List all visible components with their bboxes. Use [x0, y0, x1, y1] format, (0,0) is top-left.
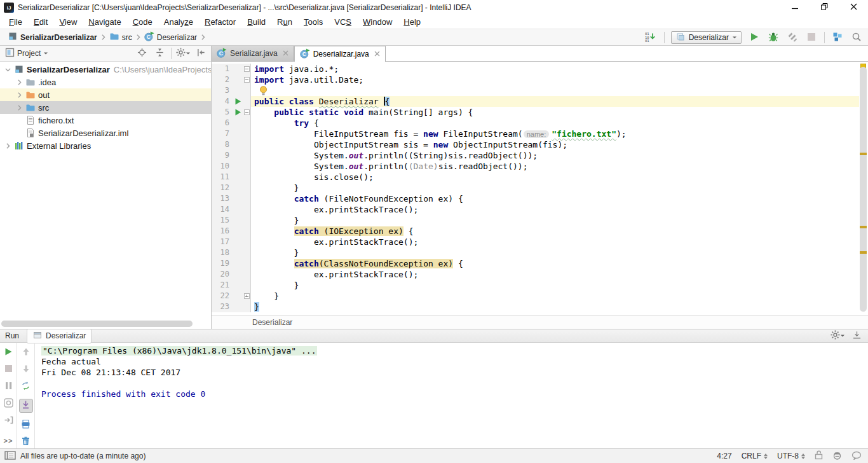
code-line[interactable]: 17 ex.printStackTrace(); [212, 237, 859, 247]
code-line[interactable]: 13 catch (FileNotFoundException ex) { [212, 193, 859, 204]
code-line[interactable]: 21 } [212, 280, 859, 291]
warning-stripe-mark[interactable] [860, 226, 867, 228]
code-line[interactable]: 19 catch(ClassNotFoundException ex) { [212, 258, 859, 269]
menu-code[interactable]: Code [127, 17, 158, 27]
restore-layout-button[interactable] [20, 382, 32, 392]
down-button[interactable] [20, 364, 32, 375]
encoding-select[interactable]: UTF-8 [777, 452, 805, 460]
stop-button[interactable] [805, 31, 818, 44]
menu-file[interactable]: File [3, 17, 28, 27]
tree-row-src[interactable]: src [0, 101, 211, 114]
run-tab[interactable]: Deserializar [27, 329, 92, 343]
tree-chevron[interactable] [14, 78, 25, 86]
code-editor[interactable]: 1import java.io.*;2import java.util.Date… [212, 62, 868, 315]
editor-tab-deserializar-java[interactable]: CDeserializar.java [294, 46, 386, 62]
run-line-marker[interactable] [233, 96, 243, 107]
code-line[interactable]: 5 public static void main(String[] args)… [212, 107, 859, 118]
locate-file-button[interactable] [135, 47, 148, 60]
code-line[interactable]: 22 } [212, 291, 859, 301]
code-line[interactable]: 6 try { [212, 118, 859, 128]
menu-view[interactable]: View [53, 17, 83, 27]
code-line[interactable]: 8 ObjectInputStream sis = new ObjectInpu… [212, 139, 859, 150]
menu-vcs[interactable]: VCS [329, 17, 357, 27]
project-structure-button[interactable] [831, 31, 844, 44]
code-line[interactable]: 14 ex.printStackTrace(); [212, 204, 859, 215]
menu-refactor[interactable]: Refactor [199, 17, 241, 27]
code-line[interactable]: 1import java.io.*; [212, 64, 859, 74]
search-everywhere-button[interactable] [850, 31, 863, 44]
run-settings-button[interactable] [831, 329, 844, 342]
warning-stripe-mark[interactable] [860, 251, 867, 254]
tree-chevron[interactable] [14, 104, 25, 112]
warning-stripe-mark[interactable] [860, 153, 867, 155]
code-line[interactable]: 18 } [212, 247, 859, 258]
code-line[interactable]: 9 System.out.println((String)sis.readObj… [212, 150, 859, 161]
breadcrumb-item-src[interactable]: src [109, 31, 132, 43]
tree-row-serializardeserializar-iml[interactable]: SerializarDeserializar.iml [0, 127, 211, 139]
hide-panel-button[interactable] [194, 47, 207, 60]
tree-row-out[interactable]: out [0, 88, 211, 101]
minimize-button[interactable] [780, 0, 810, 15]
project-panel-title[interactable]: Project [5, 48, 48, 59]
fold-marker[interactable] [243, 74, 251, 85]
restore-button[interactable] [810, 0, 839, 15]
code-line[interactable]: 11 sis.close(); [212, 172, 859, 183]
fold-marker[interactable] [243, 291, 251, 301]
tree-chevron[interactable] [14, 91, 25, 99]
code-line[interactable]: 20 ex.printStackTrace(); [212, 269, 859, 280]
more-actions-button[interactable]: >> [4, 437, 13, 445]
tree-row-external-libraries[interactable]: External Libraries [0, 139, 211, 152]
caret-position[interactable]: 4:27 [717, 452, 731, 460]
line-separator-select[interactable]: CRLF [742, 452, 768, 460]
exit-button[interactable] [3, 416, 14, 426]
run-configuration-select[interactable]: Deserializar [671, 31, 742, 44]
menu-build[interactable]: Build [241, 17, 271, 27]
tree-chevron[interactable] [3, 66, 13, 74]
vertical-scrollbar[interactable] [860, 67, 867, 312]
menu-tools[interactable]: Tools [298, 17, 329, 27]
toolwindow-switcher-button[interactable] [4, 450, 17, 462]
breadcrumb-item-deserializar[interactable]: CDeserializar [144, 31, 197, 43]
fold-marker[interactable] [243, 64, 251, 74]
code-line[interactable]: 2import java.util.Date; [212, 74, 859, 85]
code-line[interactable]: 10 System.out.println((Date)sis.readObje… [212, 161, 859, 172]
thread-dump-button[interactable] [3, 399, 14, 409]
clear-button[interactable] [20, 437, 32, 447]
menu-navigate[interactable]: Navigate [83, 17, 126, 27]
coverage-button[interactable] [786, 31, 799, 44]
run-console[interactable]: "C:\Program Files (x86)\Java\jdk1.8.0_15… [35, 343, 868, 448]
horizontal-scrollbar[interactable] [1, 321, 193, 327]
panel-settings-button[interactable] [177, 47, 189, 60]
run-line-marker[interactable] [233, 107, 243, 118]
event-log-button[interactable] [851, 451, 862, 462]
collapse-all-button[interactable] [153, 47, 166, 60]
close-button[interactable] [839, 0, 868, 15]
editor-tab-serializar-java[interactable]: CSerializar.java [212, 46, 294, 61]
code-line[interactable]: 4public class Deserializar { [212, 96, 859, 107]
update-project-button[interactable]: 011001 [644, 31, 658, 44]
breadcrumb-class[interactable]: Deserializar [252, 318, 292, 327]
tree-row-fichero-txt[interactable]: fichero.txt [0, 114, 211, 127]
tab-close-icon[interactable] [283, 49, 288, 58]
print-button[interactable] [20, 420, 32, 430]
menu-run[interactable]: Run [271, 17, 298, 27]
code-line[interactable]: 15 } [212, 215, 859, 226]
code-line[interactable]: 7 FileInputStream fis = new FileInputStr… [212, 128, 859, 139]
tab-close-icon[interactable] [374, 50, 380, 59]
run-button[interactable] [748, 31, 761, 44]
stop-button[interactable] [3, 364, 14, 375]
menu-analyze[interactable]: Analyze [158, 17, 199, 27]
up-button[interactable] [20, 347, 32, 357]
code-line[interactable]: 16 catch (IOException ex) { [212, 226, 859, 237]
rerun-button[interactable] [3, 347, 14, 357]
menu-help[interactable]: Help [398, 17, 426, 27]
tree-row--idea[interactable]: .idea [0, 76, 211, 88]
tree-chevron[interactable] [3, 142, 13, 150]
code-line[interactable]: 3 [212, 85, 859, 96]
breadcrumb-item-serializardeserializar[interactable]: SerializarDeserializar [8, 31, 97, 43]
fold-marker[interactable] [243, 107, 251, 118]
code-line[interactable]: 23} [212, 301, 859, 312]
readonly-toggle[interactable] [815, 450, 823, 462]
inspection-profile-button[interactable] [832, 450, 842, 462]
tree-row-serializardeserializar[interactable]: SerializarDeserializarC:\Users\juan\Idea… [0, 63, 211, 76]
